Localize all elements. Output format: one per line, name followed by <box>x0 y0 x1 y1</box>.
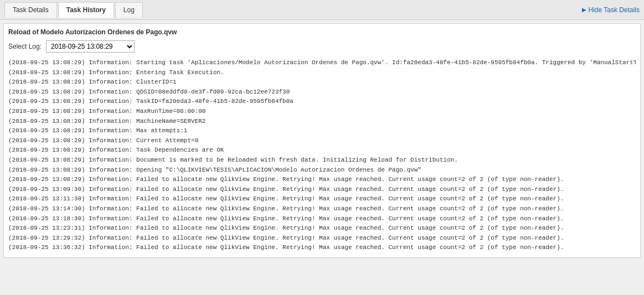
select-log-label: Select Log: <box>8 43 42 50</box>
tab-log[interactable]: Log <box>115 2 143 18</box>
tab-task-details[interactable]: Task Details <box>4 2 57 18</box>
hide-task-details-link[interactable]: Hide Task Details <box>582 6 640 14</box>
log-output: (2018-09-25 13:08:29) Information: Start… <box>8 58 636 253</box>
select-log-row: Select Log: 2018-09-25 13:08:29 <box>8 40 636 53</box>
tab-bar: Task Details Task History Log <box>4 2 143 18</box>
select-log-dropdown[interactable]: 2018-09-25 13:08:29 <box>46 40 135 53</box>
top-bar: Task Details Task History Log Hide Task … <box>0 0 644 20</box>
content-area: Reload of Modelo Autorizacion Ordenes de… <box>3 23 641 258</box>
tab-task-history[interactable]: Task History <box>58 2 114 18</box>
reload-title: Reload of Modelo Autorizacion Ordenes de… <box>8 28 636 36</box>
